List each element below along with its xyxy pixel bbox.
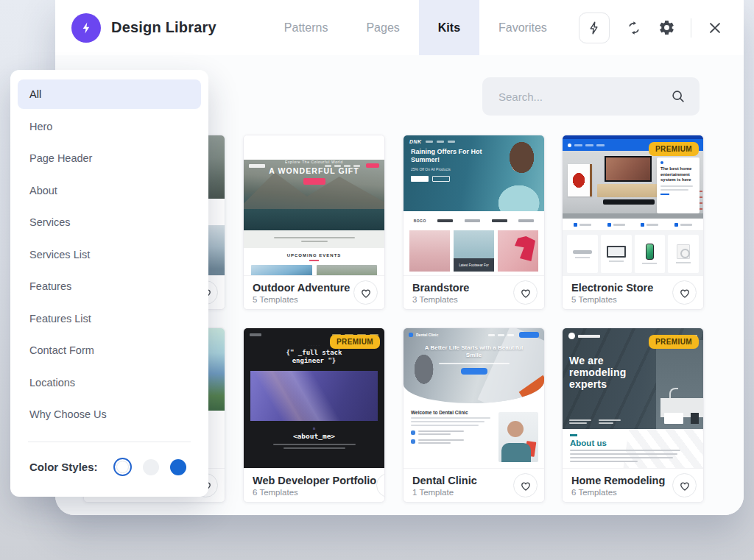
header-actions [579,13,744,43]
search-bar [482,77,700,116]
preview-contact-strip [569,413,699,424]
preview-overlay-text: Latest Footwear For [454,258,494,272]
kit-count: 3 Templates [412,295,469,304]
kit-card-dental-clinic[interactable]: Welcome to Dental Clinic Dental Clinic A… [403,327,545,503]
preview-nav: Welcome to Dental Clinic Dental Clinic [409,332,539,338]
filter-item-about[interactable]: About [18,176,201,205]
kit-meta: Outdoor Adventure 5 Templates [253,282,350,304]
color-styles-label: Color Styles: [29,461,98,473]
preview-headline: We are remodeling experts [569,355,626,390]
kit-card-home-remodeling[interactable]: PREMIUM We are remodeling experts [562,327,704,503]
color-swatch-white-selected[interactable] [113,458,132,476]
favorite-button[interactable] [672,473,697,497]
kit-meta: Web Developer Portfolio 6 Templates [253,475,376,497]
heart-icon [678,479,691,492]
favorite-button[interactable] [376,473,385,497]
filter-item-features[interactable]: Features [18,272,201,301]
close-icon [707,20,723,36]
refresh-button[interactable] [625,19,643,37]
kit-thumbnail: We are remodeling experts About us [563,328,703,469]
kit-title: Brandstore [412,282,469,294]
preview-nav: DNK [409,139,538,144]
tab-favorites[interactable]: Favorites [479,0,566,55]
gear-icon [658,19,675,36]
preview-headline: A WONDERFUL GIFT [244,166,384,175]
premium-badge: PREMIUM [649,142,699,156]
refresh-icon [625,19,643,37]
kit-count: 5 Templates [253,295,350,304]
kit-title: Outdoor Adventure [253,282,350,294]
preview-logo: DNK [409,139,422,144]
settings-button[interactable] [658,19,675,36]
favorite-button[interactable] [672,280,697,305]
search-input[interactable] [482,91,670,103]
preview-about-title: About us [570,439,696,447]
kit-title: Dental Clinic [412,475,477,486]
close-button[interactable] [707,20,723,36]
premium-badge: PREMIUM [330,335,380,349]
heart-icon [519,286,532,300]
kit-thumbnail: · · · · · {" _full stack engineer "} m <… [244,328,384,469]
decorative-glyph: m [244,426,384,430]
color-swatch-blue[interactable] [170,459,186,475]
favorite-button[interactable] [353,280,378,305]
heart-icon [519,479,532,492]
kit-card-outdoor-adventure[interactable]: Explore The Colourful World A WONDERFUL … [243,135,385,310]
app-title: Design Library [111,19,216,36]
library-tabs: Patterns Pages Kits Favorites [265,0,566,55]
kit-card-web-developer-portfolio[interactable]: PREMIUM · · · · · {" _full stack enginee… [243,327,385,503]
lightning-bolt-icon [79,21,94,35]
preview-cta [461,368,487,375]
filter-item-locations[interactable]: Locations [18,368,201,397]
app-logo [71,13,101,43]
kit-thumbnail: Explore The Colourful World A WONDERFUL … [244,135,384,277]
kit-thumbnail: Welcome to Dental Clinic Dental Clinic A… [404,328,544,469]
kit-card-brandstore[interactable]: DNK Raining Offers For Hot Summer! 25% O… [403,135,545,310]
filter-item-services[interactable]: Services [18,208,201,237]
search-icon[interactable] [670,88,686,104]
lightning-icon [586,20,602,36]
favorite-button[interactable] [513,473,538,497]
filter-item-all[interactable]: All [18,79,201,109]
preview-tagline: Explore The Colourful World [244,160,384,164]
tab-kits[interactable]: Kits [419,0,479,55]
tab-patterns[interactable]: Patterns [265,0,348,55]
decorative-lines [244,230,384,248]
preview-headline: Raining Offers For Hot Summer! [411,148,483,164]
preview-feature-strip [563,219,703,231]
quick-actions-button[interactable] [579,13,610,43]
kit-count: 1 Template [412,488,477,497]
preview-code-heading: {" _full stack engineer "} [244,349,384,366]
preview-section-title: UPCOMING EVENTS [244,253,384,258]
filter-item-why-choose-us[interactable]: Why Choose Us [18,400,201,429]
color-swatch-light-gray[interactable] [143,459,159,475]
color-styles-row: Color Styles: [18,442,201,476]
preview-headline: A Better Life Starts with a Beautiful Sm… [423,344,526,360]
preview-products [563,231,703,277]
kit-meta: Electronic Store 5 Templates [571,282,653,304]
preview-offer: 25% Off On All Products [411,167,544,171]
premium-badge: PREMIUM [649,335,699,349]
window-header: Design Library Patterns Pages Kits Favor… [55,0,744,55]
preview-image [498,412,538,462]
preview-images: Latest Footwear For [404,230,544,277]
kit-title: Electronic Store [571,282,653,294]
preview-cta [303,178,325,185]
tab-pages[interactable]: Pages [347,0,418,55]
section-filter-dropdown: All Hero Page Header About Services Serv… [10,70,208,497]
header-divider [691,18,691,38]
preview-partner-logos: BOGO [404,211,544,230]
kit-count: 6 Templates [253,488,376,497]
page-background: Design Library Patterns Pages Kits Favor… [0,0,754,560]
kit-count: 6 Templates [571,488,665,497]
filter-item-features-list[interactable]: Features List [18,304,201,333]
filter-item-hero[interactable]: Hero [18,112,201,141]
kit-card-electronic-store[interactable]: PREMIUM The best home entertainment syst… [562,135,704,310]
filter-item-services-list[interactable]: Services List [18,240,201,269]
filter-item-page-header[interactable]: Page Header [18,143,201,173]
preview-promo-text: The best home entertainment system is he… [660,166,696,183]
filter-item-contact-form[interactable]: Contact Form [18,336,201,365]
color-swatches [113,458,189,476]
heart-icon [382,479,385,492]
favorite-button[interactable] [513,280,538,305]
